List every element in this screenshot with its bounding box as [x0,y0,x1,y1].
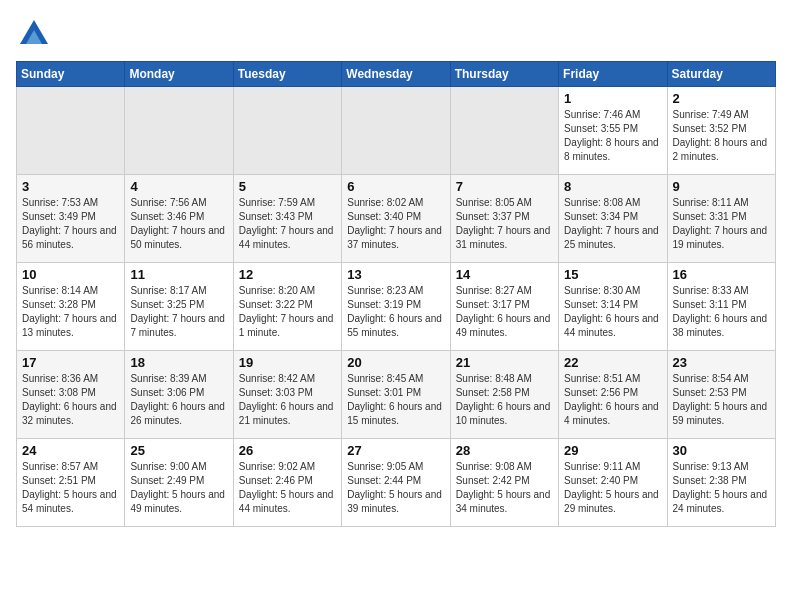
week-row-2: 3Sunrise: 7:53 AM Sunset: 3:49 PM Daylig… [17,175,776,263]
day-detail: Sunrise: 9:02 AM Sunset: 2:46 PM Dayligh… [239,460,336,516]
day-detail: Sunrise: 8:57 AM Sunset: 2:51 PM Dayligh… [22,460,119,516]
weekday-header-tuesday: Tuesday [233,62,341,87]
day-detail: Sunrise: 7:46 AM Sunset: 3:55 PM Dayligh… [564,108,661,164]
calendar-cell: 28Sunrise: 9:08 AM Sunset: 2:42 PM Dayli… [450,439,558,527]
day-detail: Sunrise: 7:59 AM Sunset: 3:43 PM Dayligh… [239,196,336,252]
calendar-cell: 9Sunrise: 8:11 AM Sunset: 3:31 PM Daylig… [667,175,775,263]
day-detail: Sunrise: 8:45 AM Sunset: 3:01 PM Dayligh… [347,372,444,428]
calendar-cell: 15Sunrise: 8:30 AM Sunset: 3:14 PM Dayli… [559,263,667,351]
day-detail: Sunrise: 8:39 AM Sunset: 3:06 PM Dayligh… [130,372,227,428]
day-number: 7 [456,179,553,194]
day-detail: Sunrise: 7:49 AM Sunset: 3:52 PM Dayligh… [673,108,770,164]
calendar-cell: 5Sunrise: 7:59 AM Sunset: 3:43 PM Daylig… [233,175,341,263]
calendar-cell: 11Sunrise: 8:17 AM Sunset: 3:25 PM Dayli… [125,263,233,351]
day-number: 23 [673,355,770,370]
day-number: 2 [673,91,770,106]
calendar-cell: 16Sunrise: 8:33 AM Sunset: 3:11 PM Dayli… [667,263,775,351]
day-number: 11 [130,267,227,282]
calendar-cell: 1Sunrise: 7:46 AM Sunset: 3:55 PM Daylig… [559,87,667,175]
day-detail: Sunrise: 8:17 AM Sunset: 3:25 PM Dayligh… [130,284,227,340]
day-number: 16 [673,267,770,282]
day-detail: Sunrise: 7:53 AM Sunset: 3:49 PM Dayligh… [22,196,119,252]
day-number: 1 [564,91,661,106]
day-number: 14 [456,267,553,282]
week-row-3: 10Sunrise: 8:14 AM Sunset: 3:28 PM Dayli… [17,263,776,351]
calendar-cell [17,87,125,175]
day-number: 24 [22,443,119,458]
day-number: 26 [239,443,336,458]
week-row-4: 17Sunrise: 8:36 AM Sunset: 3:08 PM Dayli… [17,351,776,439]
weekday-header-sunday: Sunday [17,62,125,87]
calendar-table: SundayMondayTuesdayWednesdayThursdayFrid… [16,61,776,527]
day-detail: Sunrise: 8:51 AM Sunset: 2:56 PM Dayligh… [564,372,661,428]
calendar-cell: 25Sunrise: 9:00 AM Sunset: 2:49 PM Dayli… [125,439,233,527]
calendar-cell: 2Sunrise: 7:49 AM Sunset: 3:52 PM Daylig… [667,87,775,175]
day-number: 15 [564,267,661,282]
day-detail: Sunrise: 7:56 AM Sunset: 3:46 PM Dayligh… [130,196,227,252]
calendar-cell: 6Sunrise: 8:02 AM Sunset: 3:40 PM Daylig… [342,175,450,263]
day-detail: Sunrise: 9:11 AM Sunset: 2:40 PM Dayligh… [564,460,661,516]
day-detail: Sunrise: 9:05 AM Sunset: 2:44 PM Dayligh… [347,460,444,516]
day-number: 13 [347,267,444,282]
calendar-cell: 22Sunrise: 8:51 AM Sunset: 2:56 PM Dayli… [559,351,667,439]
calendar-cell: 19Sunrise: 8:42 AM Sunset: 3:03 PM Dayli… [233,351,341,439]
header [16,16,776,49]
calendar-cell: 29Sunrise: 9:11 AM Sunset: 2:40 PM Dayli… [559,439,667,527]
day-detail: Sunrise: 9:13 AM Sunset: 2:38 PM Dayligh… [673,460,770,516]
calendar-cell: 18Sunrise: 8:39 AM Sunset: 3:06 PM Dayli… [125,351,233,439]
day-number: 21 [456,355,553,370]
calendar-cell: 3Sunrise: 7:53 AM Sunset: 3:49 PM Daylig… [17,175,125,263]
calendar-cell: 4Sunrise: 7:56 AM Sunset: 3:46 PM Daylig… [125,175,233,263]
day-number: 8 [564,179,661,194]
day-number: 9 [673,179,770,194]
calendar-cell: 20Sunrise: 8:45 AM Sunset: 3:01 PM Dayli… [342,351,450,439]
calendar-cell [342,87,450,175]
weekday-header-row: SundayMondayTuesdayWednesdayThursdayFrid… [17,62,776,87]
calendar-cell: 30Sunrise: 9:13 AM Sunset: 2:38 PM Dayli… [667,439,775,527]
day-detail: Sunrise: 8:02 AM Sunset: 3:40 PM Dayligh… [347,196,444,252]
day-number: 12 [239,267,336,282]
calendar-cell: 12Sunrise: 8:20 AM Sunset: 3:22 PM Dayli… [233,263,341,351]
day-detail: Sunrise: 8:27 AM Sunset: 3:17 PM Dayligh… [456,284,553,340]
day-detail: Sunrise: 8:54 AM Sunset: 2:53 PM Dayligh… [673,372,770,428]
day-number: 28 [456,443,553,458]
day-number: 4 [130,179,227,194]
calendar-cell [450,87,558,175]
day-detail: Sunrise: 8:42 AM Sunset: 3:03 PM Dayligh… [239,372,336,428]
weekday-header-friday: Friday [559,62,667,87]
calendar-cell: 27Sunrise: 9:05 AM Sunset: 2:44 PM Dayli… [342,439,450,527]
logo-icon [20,20,48,44]
calendar-cell: 21Sunrise: 8:48 AM Sunset: 2:58 PM Dayli… [450,351,558,439]
calendar-cell: 17Sunrise: 8:36 AM Sunset: 3:08 PM Dayli… [17,351,125,439]
day-detail: Sunrise: 9:08 AM Sunset: 2:42 PM Dayligh… [456,460,553,516]
day-number: 19 [239,355,336,370]
day-number: 10 [22,267,119,282]
week-row-5: 24Sunrise: 8:57 AM Sunset: 2:51 PM Dayli… [17,439,776,527]
day-number: 29 [564,443,661,458]
day-detail: Sunrise: 8:20 AM Sunset: 3:22 PM Dayligh… [239,284,336,340]
calendar-cell [233,87,341,175]
calendar-cell: 14Sunrise: 8:27 AM Sunset: 3:17 PM Dayli… [450,263,558,351]
day-detail: Sunrise: 8:33 AM Sunset: 3:11 PM Dayligh… [673,284,770,340]
day-number: 22 [564,355,661,370]
calendar-cell: 13Sunrise: 8:23 AM Sunset: 3:19 PM Dayli… [342,263,450,351]
day-number: 25 [130,443,227,458]
week-row-1: 1Sunrise: 7:46 AM Sunset: 3:55 PM Daylig… [17,87,776,175]
day-detail: Sunrise: 8:48 AM Sunset: 2:58 PM Dayligh… [456,372,553,428]
weekday-header-wednesday: Wednesday [342,62,450,87]
day-number: 20 [347,355,444,370]
calendar-cell: 8Sunrise: 8:08 AM Sunset: 3:34 PM Daylig… [559,175,667,263]
calendar-cell: 10Sunrise: 8:14 AM Sunset: 3:28 PM Dayli… [17,263,125,351]
day-detail: Sunrise: 8:05 AM Sunset: 3:37 PM Dayligh… [456,196,553,252]
calendar-cell: 24Sunrise: 8:57 AM Sunset: 2:51 PM Dayli… [17,439,125,527]
day-number: 27 [347,443,444,458]
calendar-cell: 26Sunrise: 9:02 AM Sunset: 2:46 PM Dayli… [233,439,341,527]
weekday-header-thursday: Thursday [450,62,558,87]
logo [16,20,48,49]
day-detail: Sunrise: 8:14 AM Sunset: 3:28 PM Dayligh… [22,284,119,340]
day-number: 5 [239,179,336,194]
day-detail: Sunrise: 8:30 AM Sunset: 3:14 PM Dayligh… [564,284,661,340]
day-detail: Sunrise: 8:36 AM Sunset: 3:08 PM Dayligh… [22,372,119,428]
day-number: 6 [347,179,444,194]
day-detail: Sunrise: 9:00 AM Sunset: 2:49 PM Dayligh… [130,460,227,516]
